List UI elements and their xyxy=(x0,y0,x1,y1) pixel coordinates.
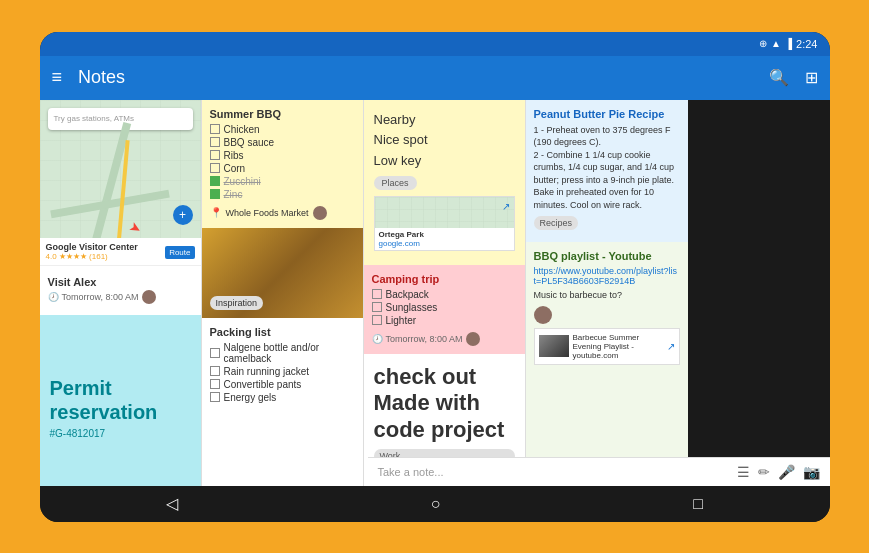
status-bar: ⊕ ▲ ▐ 2:24 xyxy=(40,32,830,56)
external-link-icon[interactable]: ↗ xyxy=(502,201,510,212)
wheat-image: Inspiration xyxy=(202,228,363,318)
item-ribs: Ribs xyxy=(224,150,244,161)
item-zucchini: Zucchini xyxy=(224,176,261,187)
playlist-desc: Music to barbecue to? xyxy=(534,290,680,300)
item-lighter: Lighter xyxy=(386,315,417,326)
item-zinc: Zinc xyxy=(224,189,243,200)
checkbox-lighter[interactable] xyxy=(372,315,382,325)
item-gels: Energy gels xyxy=(224,392,277,403)
list-item: Backpack xyxy=(372,289,517,300)
bbq-playlist-note[interactable]: BBQ playlist - Youtube https://www.youtu… xyxy=(526,242,688,464)
clock-icon: 🕗 xyxy=(48,292,59,302)
list-item: Sunglasses xyxy=(372,302,517,313)
item-corn: Corn xyxy=(224,163,246,174)
packing-title: Packing list xyxy=(210,326,355,338)
recipe-text: 1 - Preheat oven to 375 degrees F (190 d… xyxy=(534,124,680,212)
checkbox-sunglasses[interactable] xyxy=(372,302,382,312)
notes-grid: Try gas stations, ATMs 📍 ➤ + Google Visi… xyxy=(40,100,830,486)
playlist-embed[interactable]: Barbecue Summer Evening Playlist - youtu… xyxy=(534,328,680,365)
note-input-placeholder[interactable]: Take a note... xyxy=(378,466,729,478)
checkbox-zucchini[interactable] xyxy=(210,176,220,186)
checkbox-chicken[interactable] xyxy=(210,124,220,134)
recent-button[interactable]: □ xyxy=(693,495,703,513)
wifi-icon: ▲ xyxy=(771,38,781,49)
toolbar: ≡ Notes 🔍 ⊞ xyxy=(40,56,830,100)
thumb-bg xyxy=(539,335,569,357)
nearby-note[interactable]: Nearby Nice spot Low key Places Ortega P… xyxy=(364,100,525,265)
device-frame: ⊕ ▲ ▐ 2:24 ≡ Notes 🔍 ⊞ Try gas stations,… xyxy=(40,32,830,522)
camera-icon[interactable]: 📷 xyxy=(803,464,820,480)
item-sunglasses: Sunglasses xyxy=(386,302,438,313)
nearby-text: Nearby Nice spot Low key xyxy=(374,110,515,172)
list-icon[interactable]: ☰ xyxy=(737,464,750,480)
checkbox-bbq[interactable] xyxy=(210,137,220,147)
nearby-line3: Low key xyxy=(374,151,515,172)
note-input-bar: Take a note... ☰ ✏ 🎤 📷 xyxy=(368,457,830,486)
packing-note[interactable]: Packing list Nalgene bottle and/or camel… xyxy=(202,318,363,486)
map-fab-button[interactable]: + xyxy=(173,205,193,225)
checkbox-corn[interactable] xyxy=(210,163,220,173)
places-tag: Places xyxy=(374,176,417,190)
column-1: Try gas stations, ATMs 📍 ➤ + Google Visi… xyxy=(40,100,202,486)
ortega-embed[interactable]: Ortega Park google.com ↗ xyxy=(374,196,515,251)
recipe-note[interactable]: Peanut Butter Pie Recipe 1 - Preheat ove… xyxy=(526,100,688,242)
visit-note[interactable]: Visit Alex 🕗 Tomorrow, 8:00 AM xyxy=(40,265,201,315)
back-button[interactable]: ◁ xyxy=(166,494,178,513)
item-jacket: Rain running jacket xyxy=(224,366,310,377)
permit-text: Permit reservation xyxy=(50,376,191,424)
list-item: Zinc xyxy=(210,189,355,200)
route-button[interactable]: Route xyxy=(165,246,194,259)
map-search-bar[interactable]: Try gas stations, ATMs xyxy=(48,108,193,130)
column-2: Summer BBQ Chicken BBQ sauce Ribs xyxy=(202,100,364,486)
camping-note[interactable]: Camping trip Backpack Sunglasses Lighter xyxy=(364,265,525,354)
playlist-url: https://www.youtube.com/playlist?list=PL… xyxy=(534,266,680,286)
map-note[interactable]: Try gas stations, ATMs 📍 ➤ + Google Visi… xyxy=(40,100,201,265)
status-icons: ⊕ ▲ ▐ 2:24 xyxy=(759,38,817,50)
combine-line: 2 - Combine 1 1/4 cup cookie crumbs, 1/4… xyxy=(534,149,680,212)
mic-icon[interactable]: 🎤 xyxy=(778,464,795,480)
permit-note[interactable]: Permit reservation #G-4812017 xyxy=(40,315,201,486)
toolbar-actions: 🔍 ⊞ xyxy=(769,68,818,87)
item-nalgene: Nalgene bottle and/or camelback xyxy=(224,342,355,364)
column-3: Nearby Nice spot Low key Places Ortega P… xyxy=(364,100,526,486)
checkout-text: check out Made with code project xyxy=(374,364,515,443)
grid-icon[interactable]: ⊞ xyxy=(805,68,818,87)
home-button[interactable]: ○ xyxy=(431,495,441,513)
external-link-icon[interactable]: ↗ xyxy=(667,341,675,352)
ortega-name: Ortega Park xyxy=(379,230,510,239)
playlist-thumbnail xyxy=(539,335,569,357)
list-item: Energy gels xyxy=(210,392,355,403)
nearby-line1: Nearby xyxy=(374,110,515,131)
checkbox-backpack[interactable] xyxy=(372,289,382,299)
item-chicken: Chicken xyxy=(224,124,260,135)
list-item: Chicken xyxy=(210,124,355,135)
inspiration-tag: Inspiration xyxy=(210,292,264,314)
search-icon[interactable]: 🔍 xyxy=(769,68,789,87)
avatar xyxy=(466,332,480,346)
list-item: Lighter xyxy=(372,315,517,326)
recipe-title: Peanut Butter Pie Recipe xyxy=(534,108,680,120)
checkbox-pants[interactable] xyxy=(210,379,220,389)
list-item: Convertible pants xyxy=(210,379,355,390)
avatar xyxy=(313,206,327,220)
item-backpack: Backpack xyxy=(386,289,429,300)
list-item: Nalgene bottle and/or camelback xyxy=(210,342,355,364)
camping-time: 🕗 Tomorrow, 8:00 AM xyxy=(372,332,517,346)
checkbox-nalgene[interactable] xyxy=(210,348,220,358)
checkbox-jacket[interactable] xyxy=(210,366,220,376)
nearby-line2: Nice spot xyxy=(374,130,515,151)
menu-icon[interactable]: ≡ xyxy=(52,67,63,88)
pencil-icon[interactable]: ✏ xyxy=(758,464,770,480)
bbq-note[interactable]: Summer BBQ Chicken BBQ sauce Ribs xyxy=(202,100,363,228)
list-item: Zucchini xyxy=(210,176,355,187)
checkbox-ribs[interactable] xyxy=(210,150,220,160)
clock: 2:24 xyxy=(796,38,817,50)
column-4: Peanut Butter Pie Recipe 1 - Preheat ove… xyxy=(526,100,688,486)
item-pants: Convertible pants xyxy=(224,379,302,390)
checkbox-zinc[interactable] xyxy=(210,189,220,199)
checkbox-gels[interactable] xyxy=(210,392,220,402)
clock-icon: 🕗 xyxy=(372,334,383,344)
list-item: BBQ sauce xyxy=(210,137,355,148)
playlist-title: BBQ playlist - Youtube xyxy=(534,250,680,262)
ortega-sub: google.com xyxy=(379,239,510,248)
